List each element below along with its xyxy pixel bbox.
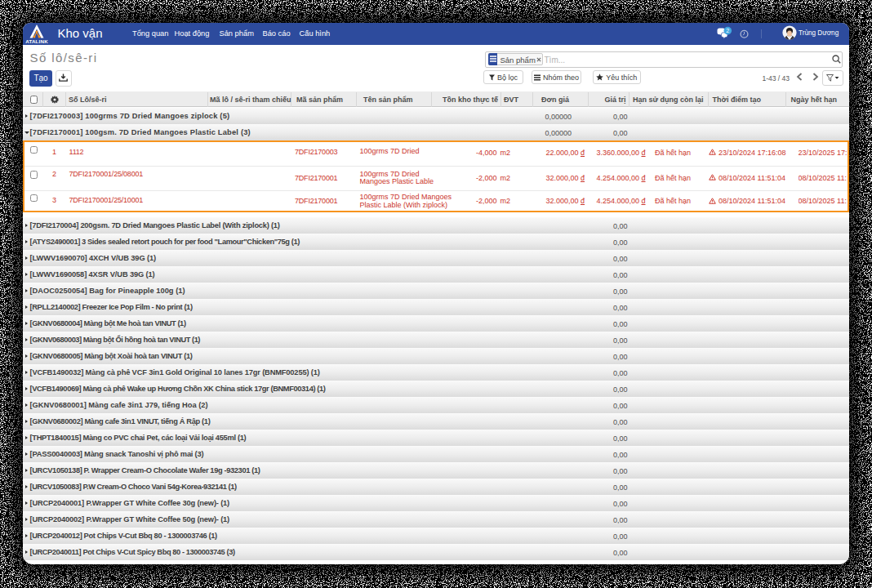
svg-text:2: 2 [726,27,729,34]
svg-text:ATALINK: ATALINK [25,38,48,44]
